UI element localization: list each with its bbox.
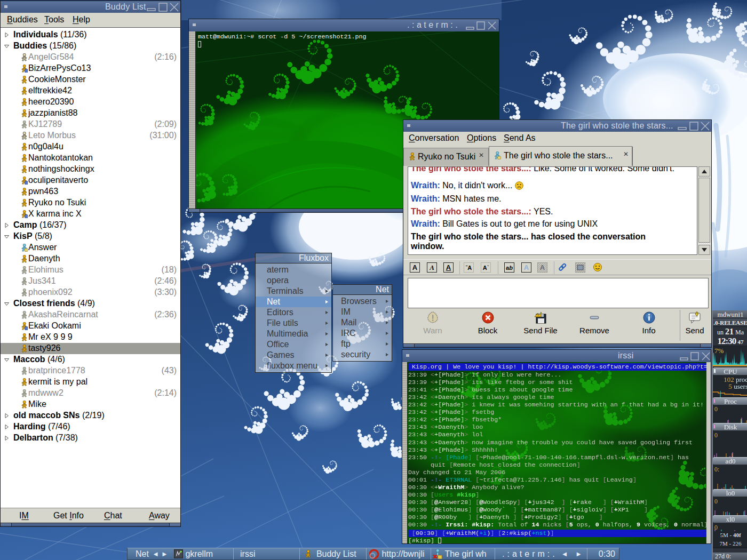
- svg-text:7%: 7%: [714, 347, 724, 355]
